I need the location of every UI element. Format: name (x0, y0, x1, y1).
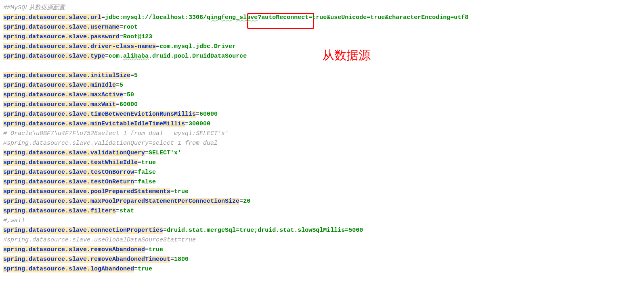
comment-text: ##MySQL从数据源配置 (3, 4, 65, 11)
code-line: spring.datasource.slave.type=com.alibaba… (3, 52, 644, 61)
code-line: spring.datasource.slave.removeAbandonedT… (3, 255, 644, 264)
prop-key: spring.datasource.slave.testOnBorrow (3, 169, 134, 176)
prop-key: spring.datasource.slave.testWhileIdle (3, 159, 138, 166)
code-line: spring.datasource.slave.username=root (3, 23, 644, 32)
prop-value: true (138, 266, 152, 272)
prop-key: spring.datasource.slave.minIdle (3, 82, 116, 89)
code-line: #spring.datasource.slave.useGlobalDataSo… (3, 235, 644, 245)
prop-key: spring.datasource.slave.filters (3, 208, 116, 214)
prop-value: 5 (134, 72, 138, 79)
code-line: spring.datasource.slave.testOnReturn=fal… (3, 177, 644, 187)
code-line: spring.datasource.slave.maxPoolPreparedS… (3, 197, 644, 206)
code-line: ##MySQL从数据源配置 (3, 3, 644, 13)
code-line: # Oracle\u8BF7\u4F7F\u7528select 1 from … (3, 129, 644, 139)
prop-value: Root@123 (123, 33, 152, 40)
code-line: spring.datasource.slave.filters=stat (3, 206, 644, 216)
prop-value: true (174, 188, 189, 195)
prop-value: 20 (243, 198, 250, 205)
prop-key: spring.datasource.slave.logAbandoned (3, 266, 134, 272)
code-line: spring.datasource.slave.password=Root@12… (3, 32, 644, 42)
prop-value: root (123, 24, 138, 31)
code-line: spring.datasource.slave.poolPreparedStat… (3, 187, 644, 197)
prop-key: spring.datasource.slave.removeAbandoned (3, 246, 145, 253)
prop-value: false (138, 179, 156, 185)
code-line: spring.datasource.slave.maxWait=60000 (3, 100, 644, 110)
code-block: 从数据源 ##MySQL从数据源配置spring.datasource.slav… (3, 3, 644, 274)
code-line: #spring.datasource.slave.validationQuery… (3, 139, 644, 148)
prop-key: spring.datasource.slave.maxActive (3, 91, 123, 98)
prop-value: .druid.pool.DruidDataSource (149, 53, 247, 60)
prop-value: true (149, 246, 163, 253)
prop-value: ?autoReconnect=true&useUnicode=true&char… (258, 14, 468, 21)
prop-key: spring.datasource.slave.username (3, 24, 120, 31)
prop-value: false (138, 169, 156, 176)
code-line: spring.datasource.slave.testWhileIdle=tr… (3, 158, 644, 168)
prop-key: spring.datasource.slave.type (3, 53, 105, 60)
prop-value: 5 (120, 82, 123, 89)
code-line: spring.datasource.slave.minIdle=5 (3, 81, 644, 90)
comment-text: #,wall (3, 217, 25, 224)
prop-key: spring.datasource.slave.minEvictableIdle… (3, 121, 185, 127)
prop-value: 1800 (174, 256, 189, 263)
prop-value: 300000 (189, 121, 210, 127)
prop-value: com. (109, 53, 123, 60)
prop-value: druid.stat.mergeSql=true;druid.stat.slow… (167, 227, 363, 234)
prop-value: stat (120, 208, 134, 214)
code-line: spring.datasource.slave.maxActive=50 (3, 90, 644, 100)
comment-text: #spring.datasource.slave.useGlobalDataSo… (3, 237, 196, 243)
code-line (3, 61, 644, 71)
prop-value: true (141, 159, 156, 166)
prop-value: 60000 (199, 111, 218, 118)
prop-key: spring.datasource.slave.password (3, 33, 120, 40)
code-line: spring.datasource.slave.connectionProper… (3, 226, 644, 235)
prop-key: spring.datasource.slave.poolPreparedStat… (3, 188, 170, 195)
prop-key: spring.datasource.slave.initialSize (3, 72, 130, 79)
code-line: spring.datasource.slave.testOnBorrow=fal… (3, 168, 644, 177)
prop-value: 60000 (120, 101, 138, 108)
prop-value: alibaba (123, 53, 149, 60)
prop-key: spring.datasource.slave.url (3, 14, 101, 21)
comment-text: #spring.datasource.slave.validationQuery… (3, 140, 218, 147)
prop-value: com.mysql.jdbc.Driver (159, 43, 236, 50)
prop-key: spring.datasource.slave.maxWait (3, 101, 116, 108)
code-line: #,wall (3, 216, 644, 226)
code-line: spring.datasource.slave.validationQuery=… (3, 148, 644, 158)
prop-key: spring.datasource.slave.driver-class-nam… (3, 43, 156, 50)
prop-value: jdbc:mysql://localhost:3306/ (105, 14, 207, 21)
prop-key: spring.datasource.slave.timeBetweenEvict… (3, 111, 196, 118)
db-name: qingfeng_slave (207, 14, 258, 21)
code-line: spring.datasource.slave.url=jdbc:mysql:/… (3, 13, 644, 23)
code-line: spring.datasource.slave.driver-class-nam… (3, 42, 644, 52)
prop-key: spring.datasource.slave.connectionProper… (3, 227, 163, 234)
code-line: spring.datasource.slave.minEvictableIdle… (3, 119, 644, 129)
prop-value: SELECT'x' (149, 150, 181, 156)
code-line: spring.datasource.slave.timeBetweenEvict… (3, 110, 644, 119)
comment-text: # Oracle\u8BF7\u4F7F\u7528select 1 from … (3, 130, 229, 137)
code-line: spring.datasource.slave.removeAbandoned=… (3, 245, 644, 255)
prop-key: spring.datasource.slave.maxPoolPreparedS… (3, 198, 239, 205)
code-line: spring.datasource.slave.logAbandoned=tru… (3, 264, 644, 274)
prop-key: spring.datasource.slave.testOnReturn (3, 179, 134, 185)
code-line: spring.datasource.slave.initialSize=5 (3, 71, 644, 81)
prop-key: spring.datasource.slave.validationQuery (3, 150, 145, 156)
prop-key: spring.datasource.slave.removeAbandonedT… (3, 256, 170, 263)
prop-value: 50 (127, 91, 134, 98)
